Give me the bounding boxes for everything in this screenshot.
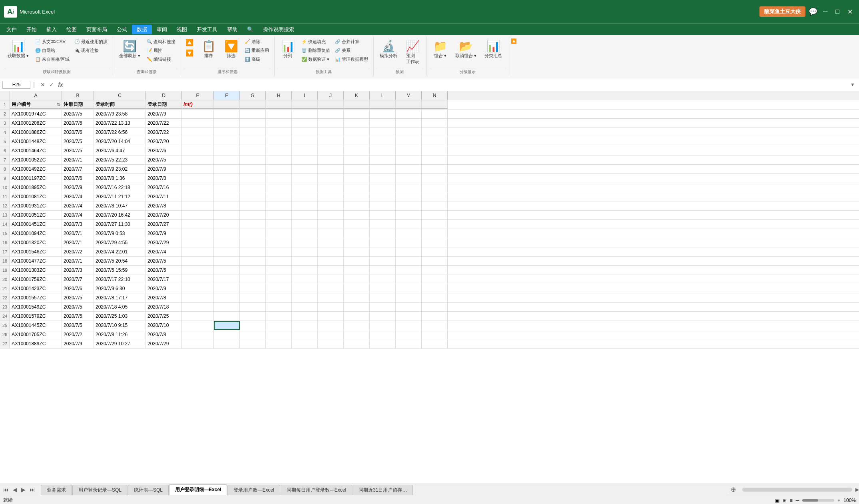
cell-c14[interactable]: 2020/7/27 11:30 (94, 220, 146, 229)
cell-k23[interactable] (344, 303, 370, 311)
cell-k2[interactable] (344, 110, 370, 118)
sheet-tab[interactable]: 用户登录记录—SQL (72, 485, 128, 495)
cell-j9[interactable] (318, 174, 344, 183)
cell-a20[interactable]: AX10001759ZC (10, 275, 62, 284)
cell-c23[interactable]: 2020/7/18 4:05 (94, 303, 146, 311)
cell-j2[interactable] (318, 110, 344, 118)
cell-i26[interactable] (292, 330, 318, 339)
col-header-g[interactable]: G (240, 91, 266, 100)
cell-e25[interactable] (182, 321, 214, 330)
ribbon-btn-recent[interactable]: 🕐 最近使用的源 (72, 38, 110, 46)
cell-a13[interactable]: AX10001051ZC (10, 211, 62, 219)
cell-i9[interactable] (292, 174, 318, 183)
cell-h10[interactable] (266, 183, 292, 192)
ribbon-btn-forecast-sheet[interactable]: 📈 预测工作表 (402, 38, 423, 67)
menu-layout[interactable]: 页面布局 (82, 25, 112, 34)
cell-n19[interactable] (422, 266, 448, 275)
ribbon-btn-refresh-all[interactable]: 🔄 全部刷新 ▾ (116, 38, 144, 61)
menu-insert[interactable]: 插入 (42, 25, 62, 34)
cell-d5[interactable]: 2020/7/20 (146, 137, 182, 146)
sheet-nav-next[interactable]: ▶ (20, 486, 27, 493)
col-header-c[interactable]: C (94, 91, 146, 100)
cell-d8[interactable]: 2020/7/9 (146, 165, 182, 173)
col-header-a[interactable]: A (10, 91, 62, 100)
cell-k21[interactable] (344, 284, 370, 293)
col-header-n[interactable]: N (422, 91, 448, 100)
cell-g21[interactable] (240, 284, 266, 293)
cell-d26[interactable]: 2020/7/8 (146, 330, 182, 339)
cell-f11[interactable] (214, 192, 240, 201)
col-header-k[interactable]: K (344, 91, 370, 100)
ribbon-btn-advanced[interactable]: ⬆️ 高级 (243, 55, 271, 64)
cell-g24[interactable] (240, 312, 266, 321)
cell-l13[interactable] (370, 211, 396, 219)
cell-c26[interactable]: 2020/7/8 11:26 (94, 330, 146, 339)
ribbon-btn-filter[interactable]: 🔽 筛选 (220, 38, 242, 61)
formula-expand-btn[interactable]: ▼ (849, 82, 857, 88)
menu-search-label[interactable]: 操作说明搜索 (258, 25, 299, 34)
cell-m8[interactable] (396, 165, 422, 173)
cell-n3[interactable] (422, 119, 448, 127)
cell-b17[interactable]: 2020/7/2 (62, 247, 94, 256)
cell-e13[interactable] (182, 211, 214, 219)
cell-c10[interactable]: 2020/7/16 22:18 (94, 183, 146, 192)
col-header-l[interactable]: L (370, 91, 396, 100)
cell-e18[interactable] (182, 257, 214, 265)
sheet-nav-last[interactable]: ⏭ (28, 486, 37, 493)
cell-c24[interactable]: 2020/7/25 1:03 (94, 312, 146, 321)
cell-c8[interactable]: 2020/7/9 23:02 (94, 165, 146, 173)
menu-file[interactable]: 文件 (2, 25, 22, 34)
cell-e6[interactable] (182, 146, 214, 155)
ribbon-collapse-btn[interactable]: 🔼 (510, 37, 518, 76)
cell-c17[interactable]: 2020/7/4 22:01 (94, 247, 146, 256)
menu-data[interactable]: 数据 (132, 25, 152, 34)
cell-d4[interactable]: 2020/7/22 (146, 128, 182, 137)
cell-c27[interactable]: 2020/7/29 10:27 (94, 339, 146, 348)
cell-k24[interactable] (344, 312, 370, 321)
cell-c4[interactable]: 2020/7/22 6:56 (94, 128, 146, 137)
cell-n7[interactable] (422, 155, 448, 164)
cell-l20[interactable] (370, 275, 396, 284)
ribbon-btn-relations[interactable]: 🔗 关系 (333, 46, 370, 55)
cell-k1[interactable] (344, 100, 370, 109)
cell-g23[interactable] (240, 303, 266, 311)
cell-n10[interactable] (422, 183, 448, 192)
cell-g7[interactable] (240, 155, 266, 164)
cell-j17[interactable] (318, 247, 344, 256)
cell-i22[interactable] (292, 293, 318, 302)
cell-i13[interactable] (292, 211, 318, 219)
cell-b7[interactable]: 2020/7/1 (62, 155, 94, 164)
cell-n14[interactable] (422, 220, 448, 229)
cell-j6[interactable] (318, 146, 344, 155)
cell-a26[interactable]: AX10001705ZC (10, 330, 62, 339)
cell-l16[interactable] (370, 238, 396, 247)
menu-draw[interactable]: 绘图 (62, 25, 82, 34)
cell-e12[interactable] (182, 201, 214, 210)
cell-b20[interactable]: 2020/7/7 (62, 275, 94, 284)
view-layout-btn[interactable]: ⊞ (783, 498, 787, 503)
ribbon-btn-ungroup[interactable]: 📂 取消组合 ▾ (452, 38, 480, 61)
cell-f22[interactable] (214, 293, 240, 302)
minimize-btn[interactable]: ─ (821, 8, 830, 15)
cell-c15[interactable]: 2020/7/9 0:53 (94, 229, 146, 238)
cell-a1[interactable]: 用户编号 ⇅ (10, 100, 62, 109)
cell-a15[interactable]: AX10001094ZC (10, 229, 62, 238)
cell-b27[interactable]: 2020/7/9 (62, 339, 94, 348)
cell-i8[interactable] (292, 165, 318, 173)
cell-k15[interactable] (344, 229, 370, 238)
cell-m18[interactable] (396, 257, 422, 265)
cell-d1[interactable]: 登录日期 (146, 100, 182, 109)
sheet-tab[interactable]: 统计表—SQL (128, 485, 169, 495)
cell-d6[interactable]: 2020/7/6 (146, 146, 182, 155)
cell-j15[interactable] (318, 229, 344, 238)
cell-i21[interactable] (292, 284, 318, 293)
cell-a16[interactable]: AX10001320ZC (10, 238, 62, 247)
col-header-i[interactable]: I (292, 91, 318, 100)
cell-n4[interactable] (422, 128, 448, 137)
cell-b18[interactable]: 2020/7/1 (62, 257, 94, 265)
cell-j18[interactable] (318, 257, 344, 265)
cell-c9[interactable]: 2020/7/8 1:36 (94, 174, 146, 183)
cell-i14[interactable] (292, 220, 318, 229)
cell-m6[interactable] (396, 146, 422, 155)
cell-k3[interactable] (344, 119, 370, 127)
